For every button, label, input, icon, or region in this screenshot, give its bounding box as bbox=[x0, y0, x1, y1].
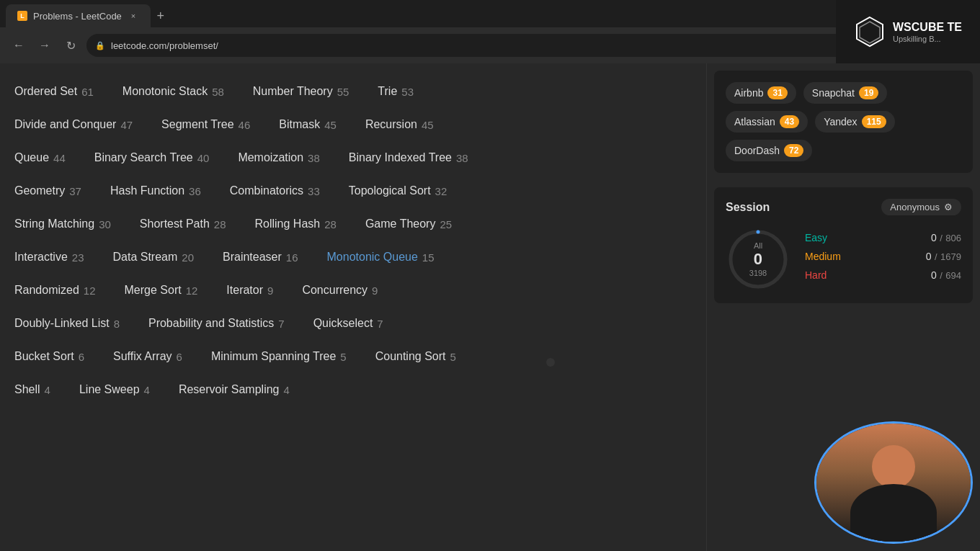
lock-icon: 🔒 bbox=[95, 41, 105, 50]
tag-name: Bucket Sort bbox=[14, 350, 74, 363]
company-badge[interactable]: Snapchat 19 bbox=[803, 82, 888, 104]
tag-item[interactable]: Brainteaser 16 bbox=[223, 248, 298, 266]
tag-item[interactable]: Queue 44 bbox=[14, 148, 66, 167]
company-count: 31 bbox=[767, 86, 787, 99]
tag-item[interactable]: Monotonic Queue 15 bbox=[327, 248, 435, 266]
hard-label: Hard bbox=[805, 269, 827, 281]
back-button[interactable]: ← bbox=[9, 35, 29, 55]
tag-name: Line Sweep bbox=[79, 383, 140, 396]
tag-item[interactable]: Bucket Sort 6 bbox=[14, 347, 84, 366]
company-badge[interactable]: DoorDash 72 bbox=[726, 140, 812, 161]
tag-name: Reservoir Sampling bbox=[179, 383, 280, 396]
tag-count: 30 bbox=[99, 218, 111, 230]
tag-item[interactable]: Randomized 12 bbox=[14, 281, 96, 300]
company-name: Airbnb bbox=[734, 87, 763, 99]
person-head bbox=[872, 445, 915, 488]
tag-item[interactable]: Binary Search Tree 40 bbox=[94, 148, 210, 167]
tag-item[interactable]: Monotonic Stack 58 bbox=[122, 82, 224, 101]
tag-count: 33 bbox=[308, 185, 320, 197]
tag-item[interactable]: Geometry 37 bbox=[14, 182, 81, 200]
tag-count: 53 bbox=[401, 86, 414, 98]
tag-item[interactable]: Binary Indexed Tree 38 bbox=[349, 148, 468, 167]
tag-item[interactable]: Ordered Set 61 bbox=[14, 82, 94, 101]
tag-name: Interactive bbox=[14, 251, 68, 264]
company-name: Yandex bbox=[824, 116, 857, 127]
tag-item[interactable]: Concurrency 9 bbox=[302, 281, 378, 300]
tag-count: 40 bbox=[197, 152, 210, 164]
circle-total-count: 3198 bbox=[749, 269, 767, 277]
tag-item[interactable]: Combinatorics 33 bbox=[230, 182, 320, 200]
tag-item[interactable]: Rolling Hash 28 bbox=[255, 215, 337, 233]
tag-item[interactable]: Quickselect 7 bbox=[313, 314, 383, 333]
tag-item[interactable]: Number Theory 55 bbox=[253, 82, 349, 101]
tag-item[interactable]: Minimum Spanning Tree 5 bbox=[211, 347, 347, 366]
tag-row: Queue 44 Binary Search Tree 40 Memoizati… bbox=[14, 141, 692, 174]
company-name: Snapchat bbox=[812, 87, 855, 99]
nav-bar: ← → ↻ 🔒 leetcode.com/problemset/ bbox=[0, 27, 980, 63]
tab-bar: L Problems - LeetCode × + bbox=[0, 0, 980, 27]
session-user-selector[interactable]: Anonymous ⚙ bbox=[881, 199, 961, 215]
tag-name: Binary Search Tree bbox=[94, 151, 193, 164]
company-badge[interactable]: Atlassian 43 bbox=[726, 111, 808, 133]
tag-item[interactable]: Merge Sort 12 bbox=[125, 281, 198, 300]
new-tab-button[interactable]: + bbox=[151, 6, 171, 26]
tag-item[interactable]: Data Stream 20 bbox=[113, 248, 195, 266]
tag-count: 9 bbox=[372, 285, 378, 297]
tag-item[interactable]: Iterator 9 bbox=[226, 281, 273, 300]
tag-item[interactable]: Topological Sort 32 bbox=[349, 182, 447, 200]
tab-close-button[interactable]: × bbox=[128, 10, 139, 22]
session-title: Session bbox=[726, 201, 770, 214]
tag-item[interactable]: Reservoir Sampling 4 bbox=[179, 380, 290, 399]
tag-item[interactable]: Shortest Path 28 bbox=[140, 215, 226, 233]
forward-button[interactable]: → bbox=[35, 35, 55, 55]
tag-name: Monotonic Queue bbox=[327, 251, 418, 264]
tag-item[interactable]: Recursion 45 bbox=[365, 115, 434, 134]
medium-solved: 0 bbox=[926, 251, 932, 262]
gear-icon[interactable]: ⚙ bbox=[944, 202, 953, 212]
tag-count: 25 bbox=[440, 218, 452, 230]
tag-name: Segment Tree bbox=[161, 118, 234, 131]
company-badge[interactable]: Yandex 115 bbox=[815, 111, 894, 133]
tag-item[interactable]: Segment Tree 46 bbox=[161, 115, 250, 134]
tag-count: 61 bbox=[81, 86, 94, 98]
company-badge[interactable]: Airbnb 31 bbox=[726, 82, 796, 104]
tag-item[interactable]: Counting Sort 5 bbox=[375, 347, 456, 366]
tag-item[interactable]: Bitmask 45 bbox=[279, 115, 337, 134]
video-overlay bbox=[814, 421, 973, 544]
tag-row: Bucket Sort 6 Suffix Array 6 Minimum Spa… bbox=[14, 340, 692, 373]
tag-count: 8 bbox=[114, 318, 120, 330]
tag-name: Game Theory bbox=[365, 218, 436, 230]
tag-count: 16 bbox=[286, 251, 298, 264]
tag-row: Interactive 23 Data Stream 20 Braintease… bbox=[14, 241, 692, 274]
tag-item[interactable]: Hash Function 36 bbox=[110, 182, 201, 200]
tag-name: Divide and Conquer bbox=[14, 118, 116, 131]
tag-name: Monotonic Stack bbox=[122, 85, 208, 98]
tag-name: Brainteaser bbox=[223, 251, 282, 264]
tag-item[interactable]: Divide and Conquer 47 bbox=[14, 115, 133, 134]
stats-list: Easy 0 / 806 Medium 0 / 1679 bbox=[805, 231, 961, 287]
tag-name: Hash Function bbox=[110, 184, 184, 197]
company-badges: Airbnb 31 Snapchat 19 Atlassian 43 Yande… bbox=[726, 82, 961, 161]
refresh-button[interactable]: ↻ bbox=[61, 35, 81, 55]
active-tab[interactable]: L Problems - LeetCode × bbox=[6, 4, 151, 27]
tag-count: 5 bbox=[450, 351, 456, 363]
tag-item[interactable]: Suffix Array 6 bbox=[113, 347, 182, 366]
tag-item[interactable]: Doubly-Linked List 8 bbox=[14, 314, 120, 333]
tag-item[interactable]: Line Sweep 4 bbox=[79, 380, 150, 399]
tag-name: Memoization bbox=[238, 151, 303, 164]
tag-name: Recursion bbox=[365, 118, 417, 131]
browser-chrome: L Problems - LeetCode × + ← → ↻ 🔒 leetco… bbox=[0, 0, 980, 63]
companies-section: Airbnb 31 Snapchat 19 Atlassian 43 Yande… bbox=[714, 71, 973, 173]
tag-item[interactable]: Memoization 38 bbox=[238, 148, 319, 167]
tag-count: 45 bbox=[422, 119, 434, 131]
tag-item[interactable]: Interactive 23 bbox=[14, 248, 84, 266]
tag-item[interactable]: Game Theory 25 bbox=[365, 215, 452, 233]
tag-row: Divide and Conquer 47 Segment Tree 46 Bi… bbox=[14, 108, 692, 141]
tag-item[interactable]: Shell 4 bbox=[14, 380, 50, 399]
tag-item[interactable]: Trie 53 bbox=[378, 82, 414, 101]
logo-title: WSCUBE TE bbox=[893, 20, 962, 34]
logo-subtitle: Upskilling B... bbox=[893, 35, 962, 43]
tag-item[interactable]: String Matching 30 bbox=[14, 215, 111, 233]
tag-item[interactable]: Probability and Statistics 7 bbox=[148, 314, 285, 333]
tab-favicon: L bbox=[17, 11, 27, 21]
